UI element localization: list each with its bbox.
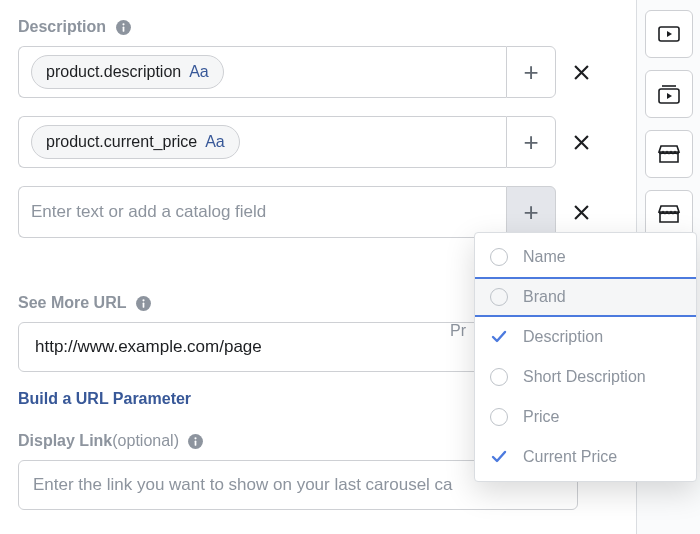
dropdown-option-short-description[interactable]: Short Description xyxy=(475,357,696,397)
info-icon[interactable] xyxy=(187,432,205,450)
add-field-button[interactable]: + xyxy=(506,116,556,168)
rail-shop-icon-2[interactable] xyxy=(645,190,693,238)
circle-icon xyxy=(490,248,508,266)
svg-rect-5 xyxy=(143,302,145,307)
dropdown-option-brand[interactable]: Brand xyxy=(475,277,696,317)
display-link-optional: (optional) xyxy=(112,432,179,450)
svg-point-1 xyxy=(122,23,124,25)
remove-row-button[interactable] xyxy=(562,46,600,98)
description-row-1: product.description Aa + xyxy=(18,46,600,98)
description-input-3[interactable]: Enter text or add a catalog field xyxy=(18,186,506,238)
dropdown-option-price[interactable]: Price xyxy=(475,397,696,437)
dropdown-option-label: Current Price xyxy=(523,448,617,466)
display-link-label: Display Link xyxy=(18,432,112,450)
circle-icon xyxy=(490,408,508,426)
remove-row-button[interactable] xyxy=(562,116,600,168)
add-field-button-active[interactable]: + xyxy=(506,186,556,238)
svg-marker-13 xyxy=(667,93,672,99)
dropdown-option-label: Description xyxy=(523,328,603,346)
circle-icon xyxy=(490,288,508,306)
dropdown-option-current-price[interactable]: Current Price xyxy=(475,437,696,477)
dropdown-option-name[interactable]: Name xyxy=(475,237,696,277)
rail-video-icon[interactable] xyxy=(645,10,693,58)
description-row-3: Enter text or add a catalog field + xyxy=(18,186,600,238)
see-more-url-label: See More URL xyxy=(18,294,126,312)
rail-shop-icon[interactable] xyxy=(645,130,693,178)
description-row-2: product.current_price Aa + xyxy=(18,116,600,168)
svg-marker-10 xyxy=(667,31,672,37)
svg-rect-8 xyxy=(195,440,197,445)
description-placeholder: Enter text or add a catalog field xyxy=(31,202,266,222)
display-link-placeholder: Enter the link you want to show on your … xyxy=(33,475,453,495)
check-icon xyxy=(489,447,509,467)
circle-icon xyxy=(490,368,508,386)
token-product-current-price[interactable]: product.current_price Aa xyxy=(31,125,240,159)
info-icon[interactable] xyxy=(134,294,152,312)
dropdown-option-label: Brand xyxy=(523,288,566,306)
dropdown-option-label: Price xyxy=(523,408,559,426)
rail-video-stack-icon[interactable] xyxy=(645,70,693,118)
add-field-button[interactable]: + xyxy=(506,46,556,98)
token-text: product.description xyxy=(46,63,181,81)
text-transform-toggle[interactable]: Aa xyxy=(205,133,225,151)
remove-row-button[interactable] xyxy=(562,186,600,238)
svg-point-7 xyxy=(195,437,197,439)
catalog-field-dropdown[interactable]: Name Brand Description Short Description… xyxy=(474,232,697,482)
text-transform-toggle[interactable]: Aa xyxy=(189,63,209,81)
description-label: Description xyxy=(18,18,106,36)
token-text: product.current_price xyxy=(46,133,197,151)
svg-point-4 xyxy=(142,299,144,301)
svg-rect-2 xyxy=(122,26,124,31)
description-label-row: Description xyxy=(18,18,600,36)
description-input-1[interactable]: product.description Aa xyxy=(18,46,506,98)
description-input-2[interactable]: product.current_price Aa xyxy=(18,116,506,168)
dropdown-option-label: Name xyxy=(523,248,566,266)
preview-label-fragment: Pr xyxy=(450,322,466,340)
token-product-description[interactable]: product.description Aa xyxy=(31,55,224,89)
dropdown-option-label: Short Description xyxy=(523,368,646,386)
dropdown-option-description[interactable]: Description xyxy=(475,317,696,357)
check-icon xyxy=(489,327,509,347)
info-icon[interactable] xyxy=(114,18,132,36)
